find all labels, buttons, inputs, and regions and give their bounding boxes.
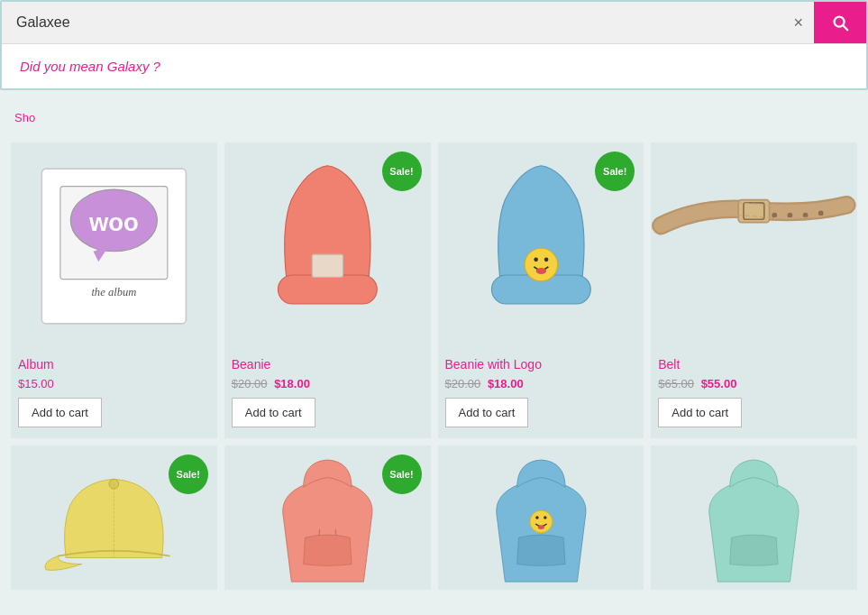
product-card-beanie: Sale! Beanie $20.00 $18.00 Add to cart bbox=[224, 142, 431, 438]
search-overlay: × Did you mean Galaxy ? bbox=[0, 0, 868, 90]
sale-badge-beanie-logo: Sale! bbox=[595, 151, 635, 191]
clear-icon: × bbox=[793, 14, 803, 32]
suggestion-word: Galaxy bbox=[107, 59, 150, 74]
product-image-album: woo the album bbox=[11, 142, 217, 350]
product-name-belt: Belt bbox=[651, 350, 857, 375]
search-input[interactable] bbox=[2, 4, 782, 41]
shop-link[interactable]: Sho bbox=[14, 111, 35, 124]
add-to-cart-beanie-logo[interactable]: Add to cart bbox=[445, 398, 529, 427]
products-grid-row2: Sale! Sale! bbox=[0, 442, 868, 593]
product-card-hoodie-pink: Sale! bbox=[224, 445, 431, 590]
add-to-cart-belt[interactable]: Add to cart bbox=[658, 398, 742, 427]
suggestion-prefix: Did you mean bbox=[20, 59, 107, 74]
product-card-album: woo the album Album $15.00 Add to cart bbox=[11, 142, 217, 438]
product-card-beanie-logo: Sale! Beanie with Logo $20.00 $18.00 Add… bbox=[438, 142, 644, 438]
search-clear-button[interactable]: × bbox=[782, 6, 814, 40]
svg-point-11 bbox=[544, 258, 548, 262]
sale-badge-hoodie: Sale! bbox=[382, 454, 422, 494]
search-bar: × bbox=[2, 2, 866, 44]
sale-badge-beanie: Sale! bbox=[382, 151, 422, 191]
sale-badge-cap: Sale! bbox=[169, 454, 208, 494]
svg-point-18 bbox=[818, 211, 824, 216]
svg-text:woo: woo bbox=[88, 208, 139, 236]
product-name-beanie: Beanie bbox=[224, 350, 431, 375]
add-to-cart-beanie[interactable]: Add to cart bbox=[232, 398, 315, 427]
search-icon bbox=[830, 13, 850, 32]
svg-point-22 bbox=[529, 510, 552, 533]
svg-rect-7 bbox=[312, 254, 343, 277]
svg-point-12 bbox=[535, 268, 545, 274]
svg-point-23 bbox=[535, 516, 539, 519]
product-card-belt: Belt $65.00 $55.00 Add to cart bbox=[651, 142, 857, 438]
product-card-cap: Sale! bbox=[11, 445, 217, 590]
svg-point-10 bbox=[534, 258, 538, 262]
svg-point-25 bbox=[537, 525, 544, 528]
products-grid: woo the album Album $15.00 Add to cart S… bbox=[0, 139, 868, 442]
svg-point-9 bbox=[525, 248, 558, 281]
svg-point-16 bbox=[788, 213, 793, 218]
svg-point-19 bbox=[109, 479, 119, 489]
search-submit-button[interactable] bbox=[814, 2, 866, 43]
svg-point-24 bbox=[544, 516, 547, 519]
product-card-hoodie-blue bbox=[438, 445, 644, 590]
product-image-belt bbox=[651, 142, 857, 350]
suggestion-suffix: ? bbox=[149, 59, 160, 74]
svg-text:the album: the album bbox=[91, 286, 136, 298]
search-suggestion[interactable]: Did you mean Galaxy ? bbox=[2, 44, 866, 88]
svg-rect-6 bbox=[278, 275, 377, 304]
product-name-album: Album bbox=[11, 350, 217, 375]
product-price-album: $15.00 bbox=[11, 375, 217, 398]
product-name-beanie-logo: Beanie with Logo bbox=[438, 350, 644, 375]
product-price-beanie: $20.00 $18.00 bbox=[224, 375, 431, 398]
product-price-beanie-logo: $20.00 $18.00 bbox=[438, 375, 644, 398]
add-to-cart-album[interactable]: Add to cart bbox=[18, 398, 102, 427]
product-card-hoodie-green bbox=[651, 445, 857, 590]
page-header: Sho So bbox=[0, 104, 868, 132]
product-price-belt: $65.00 $55.00 bbox=[651, 375, 857, 398]
svg-point-15 bbox=[772, 213, 778, 218]
